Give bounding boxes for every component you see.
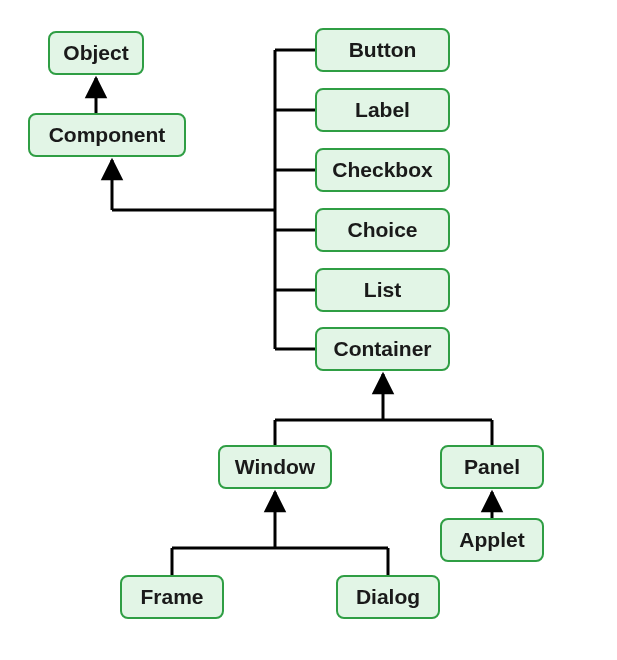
node-dialog: Dialog <box>336 575 440 619</box>
node-window: Window <box>218 445 332 489</box>
node-label: Window <box>235 455 315 479</box>
node-label: Panel <box>464 455 520 479</box>
node-choice: Choice <box>315 208 450 252</box>
node-list: List <box>315 268 450 312</box>
diagram-canvas: Object Component Button Label Checkbox C… <box>0 0 617 660</box>
node-label: Checkbox <box>332 158 432 182</box>
node-button: Button <box>315 28 450 72</box>
node-object: Object <box>48 31 144 75</box>
node-checkbox: Checkbox <box>315 148 450 192</box>
node-label: Button <box>349 38 417 62</box>
node-label: Object <box>63 41 128 65</box>
node-label: Frame <box>140 585 203 609</box>
node-label: Applet <box>459 528 524 552</box>
node-panel: Panel <box>440 445 544 489</box>
node-applet: Applet <box>440 518 544 562</box>
node-label: Label <box>315 88 450 132</box>
node-component: Component <box>28 113 186 157</box>
node-label: Dialog <box>356 585 420 609</box>
node-label: Label <box>355 98 410 122</box>
node-label: List <box>364 278 401 302</box>
node-container: Container <box>315 327 450 371</box>
node-label: Choice <box>347 218 417 242</box>
node-frame: Frame <box>120 575 224 619</box>
node-label: Component <box>49 123 166 147</box>
node-label: Container <box>333 337 431 361</box>
